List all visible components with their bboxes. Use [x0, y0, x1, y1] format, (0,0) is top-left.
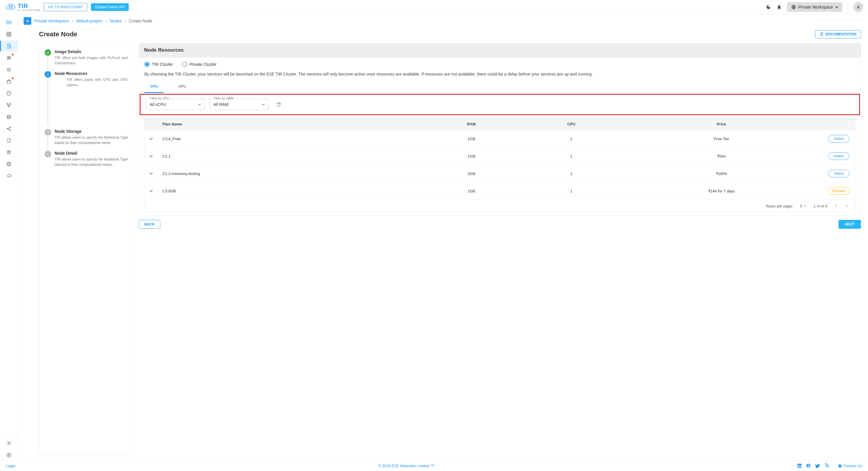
sidebar-item-deploy[interactable]: [2, 76, 16, 87]
sidebar-item-nodes[interactable]: [0, 41, 18, 51]
check-icon: [46, 51, 50, 54]
help-icon: [6, 452, 11, 458]
brand-name: TIR: [18, 3, 28, 9]
step-active-icon: 2: [44, 71, 51, 77]
step-node-resources[interactable]: 2 Node Resources TIR offers plans with C…: [44, 71, 128, 88]
dark-mode-icon[interactable]: [766, 4, 771, 10]
step-title: Node Storage: [55, 129, 128, 134]
expand-row-button[interactable]: [145, 165, 158, 182]
refresh-button[interactable]: [273, 99, 283, 109]
sidebar-item-create[interactable]: [2, 17, 16, 28]
radio-tir-cluster[interactable]: TIR Cluster: [144, 62, 173, 67]
resource-tabs: CPU GPU: [139, 81, 861, 93]
col-ram: RAM: [421, 118, 522, 130]
sidebar-item-dashboard[interactable]: [2, 29, 16, 39]
stepper-panel: Image Details TIR offers pre-built image…: [39, 43, 133, 454]
expand-row-button[interactable]: [145, 130, 158, 148]
expand-row-button[interactable]: [145, 148, 158, 165]
sidebar-item-activity[interactable]: [2, 88, 16, 99]
chip2-icon: [6, 114, 11, 120]
rss-icon[interactable]: [824, 463, 829, 469]
cloud-logo-icon: [5, 3, 16, 11]
chevron-down-icon: [804, 205, 806, 207]
footer-legal-link[interactable]: Legal: [6, 464, 16, 468]
chevron-down-icon: [149, 172, 153, 175]
breadcrumb-link[interactable]: Private Workspace: [34, 19, 69, 23]
chevron-down-icon: [835, 6, 838, 8]
filter-ram-select[interactable]: Filter by RAM All RAM: [210, 99, 269, 110]
sidebar: [0, 14, 18, 460]
expand-row-button[interactable]: [145, 182, 158, 200]
step-image-details[interactable]: Image Details TIR offers pre-built image…: [44, 49, 128, 66]
chevron-down-icon: [149, 137, 153, 140]
cell-plan: C1.2-inventory-testing: [158, 165, 421, 182]
step-node-detail[interactable]: 4 Node Detail TIR allows users to specif…: [44, 151, 128, 167]
filter-cpu-select[interactable]: Filter by CPU All vCPU: [146, 99, 205, 110]
tab-gpu[interactable]: GPU: [173, 81, 192, 93]
breadcrumb-separator: ›: [125, 19, 126, 23]
help-circle-icon: ?: [838, 464, 842, 468]
next-page-button[interactable]: [844, 203, 850, 209]
documentation-button[interactable]: DOCUMENTATION: [815, 30, 861, 38]
step-connector: [48, 56, 48, 69]
sidebar-item-compute2[interactable]: [2, 64, 16, 75]
back-button[interactable]: BACK: [139, 220, 160, 229]
sidebar-item-network[interactable]: [2, 123, 16, 134]
chevron-right-icon: [845, 205, 848, 208]
next-button[interactable]: NEXT: [838, 220, 861, 229]
sidebar-item-pipeline[interactable]: [2, 100, 16, 111]
sidebar-item-package[interactable]: [2, 159, 16, 169]
twitter-icon[interactable]: [815, 463, 820, 469]
sidebar-item-hardware[interactable]: [2, 112, 16, 122]
step-description: TIR offers plans with CPU and GPU option…: [55, 77, 128, 88]
chip-icon: [6, 67, 11, 72]
brand-logo: TIR AI PLATFORM: [5, 3, 40, 11]
explore-genai-button[interactable]: Explore GenAI API: [91, 3, 129, 11]
step-connector: [48, 136, 48, 151]
row-action-button[interactable]: Select: [828, 152, 849, 160]
step-connector: [48, 78, 48, 125]
workspace-selector[interactable]: Private Workspace: [787, 2, 842, 12]
cell-plan: C3.4_Free: [158, 130, 421, 148]
go-to-myaccount-button[interactable]: GO TO MYACCOUNT: [44, 3, 87, 11]
breadcrumb-link[interactable]: default-project: [76, 19, 102, 23]
cluster-description: By choosing the TIR Cluster, your servic…: [139, 71, 861, 81]
briefcase-icon: [6, 79, 11, 84]
radio-private-cluster[interactable]: Private Cluster: [182, 62, 217, 67]
tab-cpu[interactable]: CPU: [144, 81, 163, 93]
sidebar-item-help[interactable]: [2, 450, 16, 460]
globe-icon: [791, 5, 796, 9]
breadcrumb-link[interactable]: Nodes: [110, 19, 121, 23]
step-pending-icon: 3: [44, 129, 51, 135]
row-action-button[interactable]: Select: [828, 135, 849, 143]
gear-icon: [6, 441, 11, 446]
footer: Legal © 2024 E2E Networks Limited ™ ? Co…: [0, 460, 868, 471]
footer-contact-link[interactable]: ? Contact Us: [838, 464, 862, 468]
sidebar-item-export[interactable]: [2, 147, 16, 158]
sidebar-item-sync[interactable]: [2, 135, 16, 146]
chip-icon: [6, 55, 11, 61]
user-avatar[interactable]: A: [853, 2, 863, 12]
breadcrumb-separator: ›: [72, 19, 73, 23]
table-row: C3.8GB1GB1₹140 for 7 daysRequest: [145, 182, 855, 200]
page-range: 1–4 of 4: [813, 204, 827, 208]
linkedin-icon[interactable]: [797, 463, 802, 469]
row-action-button[interactable]: Select: [828, 170, 849, 177]
prev-page-button[interactable]: [833, 203, 838, 209]
chevron-down-icon: [149, 189, 153, 193]
sidebar-item-cloud[interactable]: [2, 170, 16, 181]
step-node-storage[interactable]: 3 Node Storage TIR allows users to speci…: [44, 129, 128, 146]
sync-icon: [6, 138, 11, 143]
cell-price: ₹20/hr: [620, 165, 823, 182]
facebook-icon[interactable]: [806, 463, 811, 469]
sidebar-item-settings[interactable]: [2, 438, 16, 448]
svg-rect-4: [7, 32, 8, 34]
row-action-button[interactable]: Request: [828, 187, 850, 195]
rows-per-page-select[interactable]: 5: [800, 204, 806, 208]
col-price: Price: [620, 118, 823, 130]
footer-social: [797, 463, 829, 469]
filter-label: Filter by RAM: [213, 96, 235, 100]
sidebar-toggle[interactable]: [24, 17, 31, 25]
notifications-icon[interactable]: [776, 4, 782, 10]
sidebar-item-compute[interactable]: [2, 53, 16, 63]
